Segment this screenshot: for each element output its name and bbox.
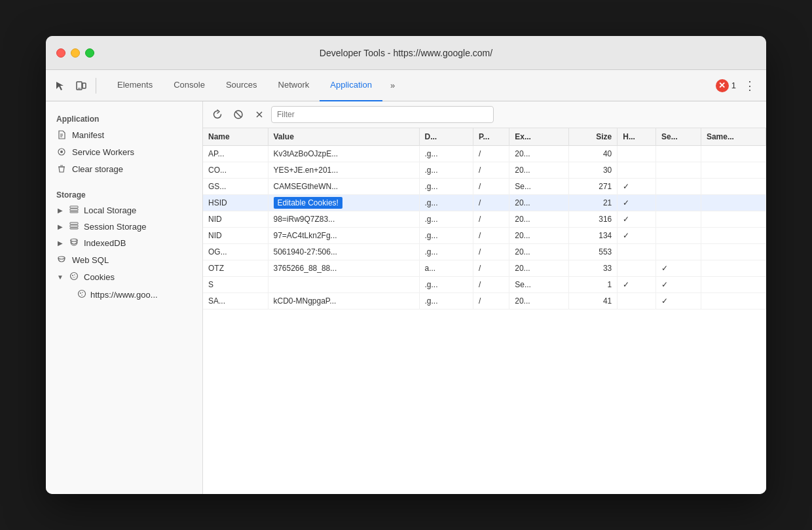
tab-application[interactable]: Application — [320, 70, 382, 101]
svg-point-25 — [80, 292, 81, 294]
cell-name: NID — [203, 228, 268, 244]
cell-size: 316 — [569, 211, 618, 228]
cell-samesite — [701, 277, 766, 293]
cell-domain: .g... — [419, 293, 473, 309]
svg-rect-10 — [70, 206, 78, 208]
error-count: 1 — [731, 80, 736, 90]
svg-point-23 — [75, 276, 76, 277]
cell-name: CO... — [203, 162, 268, 179]
table-row[interactable]: SA... kCD0-MNgpgaP... .g... / 20... 41 ✓ — [203, 293, 766, 309]
cell-size: 134 — [569, 228, 618, 244]
cell-size: 33 — [569, 260, 618, 277]
table-row[interactable]: CO... YES+JE.en+201... .g... / 20... 30 — [203, 162, 766, 179]
tab-console[interactable]: Console — [163, 70, 215, 101]
more-tabs-button[interactable]: » — [385, 70, 400, 101]
filter-input-wrap — [271, 106, 494, 123]
session-storage-icon — [69, 222, 79, 232]
cell-domain: .g... — [419, 211, 473, 228]
close-button[interactable] — [56, 48, 65, 58]
sidebar-item-clear-storage[interactable]: Clear storage — [46, 160, 202, 177]
cell-http: ✓ — [618, 228, 656, 244]
web-sql-icon — [56, 255, 67, 265]
cell-value: YES+JE.en+201... — [268, 162, 419, 179]
cell-expires: 20... — [509, 162, 569, 179]
cell-secure — [656, 244, 701, 260]
svg-line-29 — [236, 112, 241, 117]
devtools-window: Developer Tools - https://www.google.com… — [46, 36, 766, 494]
local-storage-icon — [69, 205, 79, 215]
sidebar-indexeddb-label: IndexedDB — [84, 238, 126, 248]
sidebar: Application Manifest — [46, 101, 203, 494]
svg-point-22 — [71, 277, 72, 277]
col-header-name: Name — [203, 128, 268, 146]
sidebar-item-session-storage[interactable]: Session Storage — [46, 219, 202, 235]
sidebar-item-manifest[interactable]: Manifest — [46, 126, 202, 143]
cell-name: HSID — [203, 195, 268, 211]
cell-value: 3765266_88_88... — [268, 260, 419, 277]
cell-secure — [656, 146, 701, 162]
cell-domain: .g... — [419, 244, 473, 260]
table-row[interactable]: NID 98=iRw9Q7Z83... .g... / 20... 316 ✓ — [203, 211, 766, 228]
cell-samesite — [701, 260, 766, 277]
svg-rect-15 — [70, 228, 78, 229]
table-row[interactable]: OG... 5061940-27:506... .g... / 20... 55… — [203, 244, 766, 260]
device-icon[interactable] — [72, 77, 90, 95]
sidebar-item-indexeddb[interactable]: IndexedDB — [46, 235, 202, 251]
tab-sources[interactable]: Sources — [215, 70, 268, 101]
cell-value: 98=iRw9Q7Z83... — [268, 211, 419, 228]
block-icon[interactable] — [229, 105, 248, 124]
sidebar-web-sql-label: Web SQL — [72, 255, 109, 265]
cell-path: / — [473, 293, 509, 309]
traffic-lights — [56, 48, 94, 58]
table-row[interactable]: AP... Kv3tAzBoOJzpE... .g... / 20... 40 — [203, 146, 766, 162]
filter-input[interactable] — [271, 106, 494, 123]
refresh-button[interactable] — [208, 105, 227, 124]
svg-point-18 — [71, 273, 78, 280]
minimize-button[interactable] — [71, 48, 80, 58]
table-row[interactable]: GS... CAMSEGtheWN... .g... / Se... 271 ✓ — [203, 179, 766, 195]
clear-filter-button[interactable] — [250, 105, 268, 124]
maximize-button[interactable] — [85, 48, 94, 58]
cell-path: / — [473, 195, 509, 211]
cell-http: ✓ — [618, 277, 656, 293]
sidebar-item-cookies[interactable]: Cookies — [46, 268, 202, 286]
table-row[interactable]: NID 97=AC4tLkn2Fg... .g... / 20... 134 ✓ — [203, 228, 766, 244]
indexeddb-icon — [69, 238, 79, 248]
sidebar-item-cookies-url[interactable]: https://www.goo... — [46, 286, 202, 304]
sidebar-local-storage-label: Local Storage — [84, 205, 136, 215]
cell-size: 41 — [569, 293, 618, 309]
cell-expires: 20... — [509, 244, 569, 260]
cell-size: 40 — [569, 146, 618, 162]
cell-domain: .g... — [419, 179, 473, 195]
col-header-http: H... — [618, 128, 656, 146]
svg-point-24 — [79, 291, 86, 298]
svg-point-7 — [60, 150, 63, 153]
cookies-table: Name Value D... P... Ex... Size H... Se.… — [203, 128, 766, 494]
svg-rect-12 — [70, 211, 78, 213]
cell-samesite — [701, 293, 766, 309]
table-row[interactable]: HSID Editable Cookies! .g... / 20... 21 … — [203, 195, 766, 211]
sidebar-item-service-workers[interactable]: Service Workers — [46, 143, 202, 160]
tab-elements[interactable]: Elements — [107, 70, 163, 101]
sidebar-item-web-sql[interactable]: Web SQL — [46, 251, 202, 268]
cell-samesite — [701, 146, 766, 162]
tab-network[interactable]: Network — [268, 70, 320, 101]
cell-domain: .g... — [419, 162, 473, 179]
inspect-icon[interactable] — [51, 77, 69, 95]
cell-path: / — [473, 260, 509, 277]
cell-name: AP... — [203, 146, 268, 162]
cell-value[interactable]: Editable Cookies! — [268, 195, 419, 211]
table-row[interactable]: S .g... / Se... 1 ✓ ✓ — [203, 277, 766, 293]
cell-samesite — [701, 195, 766, 211]
table-row[interactable]: OTZ 3765266_88_88... a... / 20... 33 ✓ — [203, 260, 766, 277]
session-storage-arrow — [56, 223, 64, 231]
cell-name: OG... — [203, 244, 268, 260]
menu-button[interactable]: ⋮ — [739, 76, 761, 96]
editable-value[interactable]: Editable Cookies! — [274, 197, 342, 209]
cell-path: / — [473, 228, 509, 244]
cell-http — [618, 162, 656, 179]
cell-expires: Se... — [509, 277, 569, 293]
sidebar-item-local-storage[interactable]: Local Storage — [46, 202, 202, 219]
table-header-row: Name Value D... P... Ex... Size H... Se.… — [203, 128, 766, 146]
error-badge[interactable]: ✕ 1 — [716, 79, 736, 92]
